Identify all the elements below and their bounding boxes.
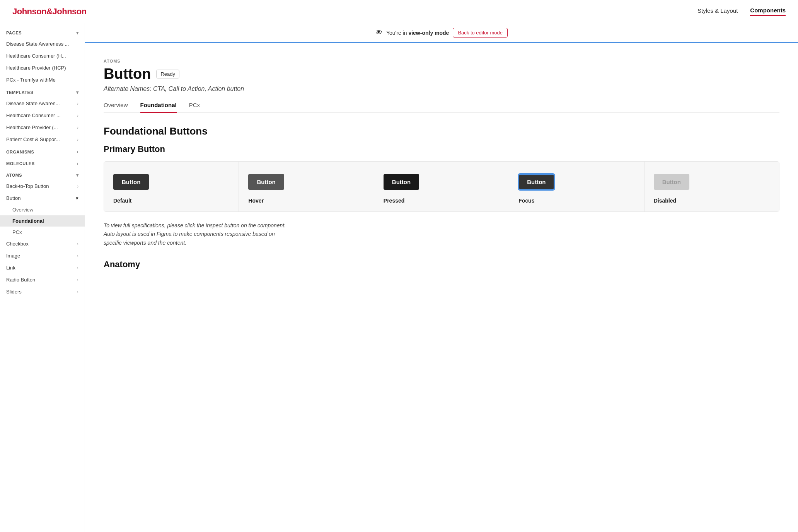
chevron-right-icon: › — [77, 277, 78, 283]
tab-foundational[interactable]: Foundational — [140, 102, 177, 113]
sidebar-item-back-to-top[interactable]: Back-to-Top Button › — [0, 180, 85, 192]
chevron-right-icon: › — [77, 265, 78, 271]
showcase-label-disabled: Disabled — [654, 198, 676, 204]
showcase-label-pressed: Pressed — [384, 198, 404, 204]
showcase-label-hover: Hover — [248, 198, 264, 204]
logo: Johnson&Johnson — [12, 7, 87, 17]
section-heading: Foundational Buttons — [104, 125, 779, 137]
templates-section[interactable]: TEMPLATES ▾ — [0, 86, 85, 97]
showcase-hover: Button Hover — [239, 162, 374, 211]
view-only-banner: 👁 You're in view-only mode Back to edito… — [85, 23, 798, 43]
atoms-chevron-down-icon: ▾ — [76, 172, 79, 178]
nav-components[interactable]: Components — [750, 7, 786, 16]
page-title-row: Button Ready — [104, 66, 779, 82]
header-nav: Styles & Layout Components — [697, 7, 786, 16]
ready-badge: Ready — [156, 70, 179, 78]
sidebar-item-template-patient-cost[interactable]: Patient Cost & Suppor... › — [0, 133, 85, 145]
organisms-chevron-right-icon: › — [77, 149, 79, 155]
sidebar-item-template-hc-consumer[interactable]: Healthcare Consumer ... › — [0, 109, 85, 121]
molecules-chevron-right-icon: › — [77, 161, 79, 166]
alternate-names: Alternate Names: CTA, Call to Action, Ac… — [104, 85, 779, 92]
pages-section[interactable]: PAGES ▾ — [0, 26, 85, 38]
tab-overview[interactable]: Overview — [104, 102, 128, 113]
spec-note: To view full specifications, please clic… — [104, 221, 367, 247]
sidebar: PAGES ▾ Disease State Awareness ... Heal… — [0, 23, 85, 288]
showcase-focus: Button Focus — [509, 162, 644, 211]
chevron-right-icon: › — [77, 125, 78, 130]
sidebar-item-disease-state-awareness[interactable]: Disease State Awareness ... — [0, 38, 85, 50]
demo-button-pressed[interactable]: Button — [384, 174, 419, 190]
chevron-right-icon: › — [77, 184, 78, 189]
tab-bar: Overview Foundational PCx — [104, 102, 779, 113]
chevron-right-icon: › — [77, 101, 78, 106]
view-only-text: You're in view-only mode — [386, 30, 449, 36]
anatomy-heading: Anatomy — [104, 259, 779, 269]
atoms-label: ATOMS — [104, 59, 779, 63]
page-title: Button — [104, 66, 151, 82]
button-showcase: Button Default Button Hover Button Press… — [104, 161, 779, 212]
showcase-label-default: Default — [113, 198, 131, 204]
sidebar-item-checkbox[interactable]: Checkbox › — [0, 238, 85, 250]
showcase-disabled: Button Disabled — [645, 162, 779, 211]
showcase-pressed: Button Pressed — [374, 162, 509, 211]
sidebar-sub-item-pcx[interactable]: PCx — [0, 227, 85, 238]
main-content: ATOMS Button Ready Alternate Names: CTA,… — [85, 23, 798, 288]
sidebar-item-template-disease[interactable]: Disease State Awaren... › — [0, 97, 85, 109]
atoms-section[interactable]: ATOMS ▾ — [0, 169, 85, 180]
tab-pcx[interactable]: PCx — [189, 102, 200, 113]
sidebar-item-template-hc-provider[interactable]: Healthcare Provider (... › — [0, 121, 85, 133]
eye-icon: 👁 — [375, 29, 382, 37]
sidebar-item-image[interactable]: Image › — [0, 250, 85, 262]
button-chevron-down-icon: ▾ — [76, 195, 78, 201]
demo-button-focus[interactable]: Button — [518, 174, 554, 190]
back-to-editor-button[interactable]: Back to editor mode — [453, 28, 508, 38]
showcase-default: Button Default — [104, 162, 239, 211]
chevron-right-icon: › — [77, 253, 78, 259]
app-header: Johnson&Johnson Styles & Layout Componen… — [0, 0, 798, 23]
sidebar-item-radio-button[interactable]: Radio Button › — [0, 274, 85, 286]
chevron-right-icon: › — [77, 113, 78, 118]
pages-chevron-down-icon: ▾ — [76, 30, 79, 36]
demo-button-disabled: Button — [654, 174, 689, 190]
sidebar-item-healthcare-provider[interactable]: Healthcare Provider (HCP) — [0, 62, 85, 74]
sidebar-item-pcx-tremfya[interactable]: PCx - Tremfya withMe — [0, 74, 85, 86]
sidebar-sub-item-foundational[interactable]: Foundational — [0, 215, 85, 227]
app-layout: PAGES ▾ Disease State Awareness ... Heal… — [0, 23, 798, 288]
nav-styles-layout[interactable]: Styles & Layout — [697, 7, 738, 15]
sub-heading: Primary Button — [104, 144, 779, 154]
sidebar-item-sliders[interactable]: Sliders › — [0, 286, 85, 288]
sidebar-sub-item-overview[interactable]: Overview — [0, 204, 85, 215]
sidebar-item-healthcare-consumer[interactable]: Healthcare Consumer (H... — [0, 50, 85, 62]
chevron-right-icon: › — [77, 137, 78, 142]
showcase-label-focus: Focus — [518, 198, 534, 204]
sidebar-item-button[interactable]: Button ▾ — [0, 192, 85, 204]
molecules-section[interactable]: MOLECULES › — [0, 157, 85, 169]
templates-chevron-down-icon: ▾ — [76, 90, 79, 95]
sidebar-item-link[interactable]: Link › — [0, 262, 85, 274]
organisms-section[interactable]: ORGANISMS › — [0, 145, 85, 157]
demo-button-hover[interactable]: Button — [248, 174, 284, 190]
demo-button-default[interactable]: Button — [113, 174, 149, 190]
chevron-right-icon: › — [77, 241, 78, 247]
